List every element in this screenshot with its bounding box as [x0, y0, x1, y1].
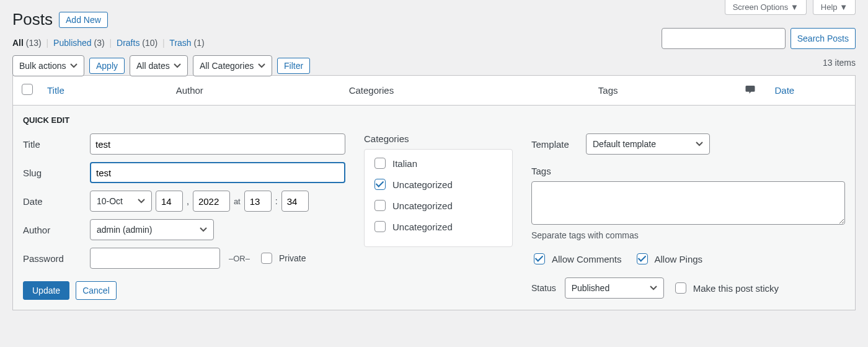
title-label: Title — [23, 139, 85, 150]
apply-button[interactable]: Apply — [89, 58, 125, 74]
category-checkbox[interactable] — [374, 158, 386, 169]
author-label: Author — [23, 225, 85, 235]
posts-table: Title Author Categories Tags Date QUICK … — [12, 75, 856, 310]
col-comments[interactable] — [732, 76, 769, 106]
template-label: Template — [531, 139, 581, 150]
quick-edit-legend: QUICK EDIT — [23, 115, 845, 125]
allow-comments-checkbox[interactable] — [534, 253, 545, 264]
hour-input[interactable] — [244, 191, 272, 212]
categories-box: Italian Uncategorized Uncategorized Unca… — [364, 149, 513, 247]
view-drafts[interactable]: Drafts (10) — [117, 38, 157, 48]
tags-textarea[interactable] — [531, 181, 845, 225]
category-checkbox[interactable] — [374, 200, 386, 211]
category-filter-select[interactable]: All Categories — [193, 55, 272, 76]
col-categories: Categories — [343, 76, 592, 106]
status-label: Status — [531, 283, 556, 293]
select-all-checkbox[interactable] — [22, 84, 33, 95]
update-button[interactable]: Update — [23, 281, 69, 300]
help-tab[interactable]: Help ▼ — [813, 0, 856, 15]
year-input[interactable] — [193, 191, 230, 212]
slug-label: Slug — [23, 168, 85, 178]
month-select[interactable]: 10-Oct — [90, 191, 152, 212]
cancel-button[interactable]: Cancel — [76, 281, 117, 300]
add-new-button[interactable]: Add New — [59, 12, 108, 28]
minute-input[interactable] — [281, 191, 309, 212]
tags-hint: Separate tags with commas — [531, 230, 845, 240]
col-tags: Tags — [592, 76, 732, 106]
category-item[interactable]: Italian — [372, 156, 505, 171]
page-title: Posts — [12, 10, 53, 29]
filter-button[interactable]: Filter — [277, 58, 310, 74]
private-label: Private — [279, 253, 306, 263]
allow-pings-option[interactable]: Allow Pings — [634, 251, 703, 266]
slug-input[interactable] — [90, 162, 345, 183]
sticky-checkbox[interactable] — [675, 282, 686, 294]
search-posts-button[interactable]: Search Posts — [790, 28, 856, 49]
date-label: Date — [23, 196, 85, 207]
date-filter-select[interactable]: All dates — [130, 55, 188, 76]
category-item[interactable]: Uncategorized — [372, 177, 505, 192]
author-select[interactable]: admin (admin) — [90, 219, 214, 240]
or-separator: –OR– — [229, 254, 250, 263]
tags-heading: Tags — [531, 166, 845, 176]
bulk-actions-select[interactable]: Bulk actions — [12, 55, 84, 76]
col-title[interactable]: Title — [41, 76, 170, 106]
allow-comments-option[interactable]: Allow Comments — [531, 251, 622, 266]
category-item[interactable]: Uncategorized — [372, 219, 505, 234]
comment-icon — [744, 86, 756, 97]
view-published[interactable]: Published (3) — [53, 38, 105, 48]
search-input[interactable] — [662, 28, 786, 49]
password-label: Password — [23, 253, 85, 264]
col-author: Author — [170, 76, 343, 106]
view-all[interactable]: All (13) — [12, 38, 42, 48]
col-date[interactable]: Date — [769, 76, 856, 106]
category-checkbox[interactable] — [374, 179, 386, 190]
category-checkbox[interactable] — [374, 221, 386, 232]
view-trash[interactable]: Trash (1) — [169, 38, 204, 48]
day-input[interactable] — [156, 191, 183, 212]
status-select[interactable]: Published — [565, 277, 664, 299]
template-select[interactable]: Default template — [586, 133, 710, 155]
title-input[interactable] — [90, 133, 345, 155]
category-item[interactable]: Uncategorized — [372, 198, 505, 213]
password-input[interactable] — [90, 248, 220, 269]
private-checkbox[interactable] — [261, 253, 272, 264]
at-label: at — [234, 197, 241, 206]
allow-pings-checkbox[interactable] — [637, 253, 648, 264]
sticky-option[interactable]: Make this post sticky — [673, 281, 779, 295]
screen-options-tab[interactable]: Screen Options ▼ — [725, 0, 807, 15]
categories-heading: Categories — [364, 133, 513, 144]
